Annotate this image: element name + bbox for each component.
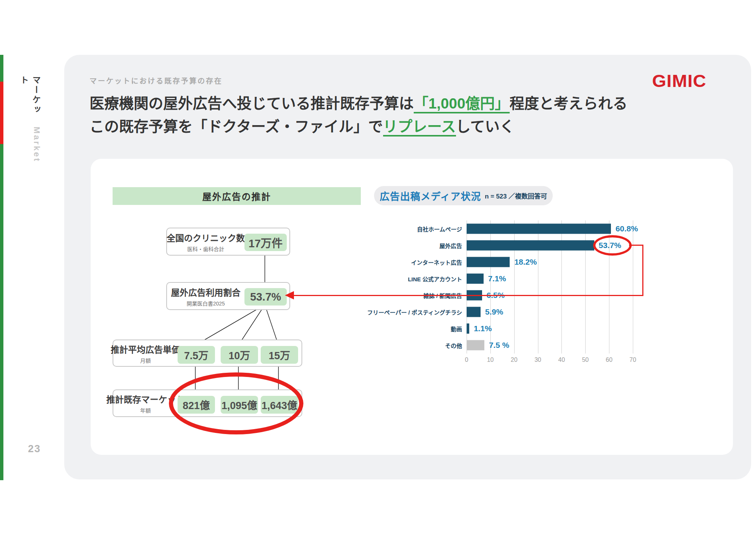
flow-box-label: 推計平均広告単価 — [111, 343, 180, 355]
eyebrow-text: マーケットにおける既存予算の存在 — [90, 75, 223, 85]
chart-tick-label: 0 — [465, 357, 468, 363]
chart-category-label: フリーペーパー / ポスティングチラシ — [367, 308, 462, 316]
value-badge-market-low: 821億 — [178, 396, 215, 414]
flow-box-usage-rate: 屋外広告利用割合 開業医白書2025 53.7% — [166, 282, 290, 310]
flow-box-sublabel: 年額 — [140, 406, 151, 414]
chart-row: その他 7.5 % — [467, 337, 633, 354]
chart-category-label: 雑誌 / 新聞広告 — [423, 292, 462, 299]
title-highlight-replace: リプレース — [383, 118, 456, 136]
accent-bar-green-top — [0, 55, 3, 82]
content-panel: 屋外広告の推計 全国のクリニック数 医科・歯科合計 17万件 屋外広告利用割合 … — [91, 159, 733, 455]
chart-section-header: 広告出稿メディア状況 n = 523 ／複数回答可 — [374, 186, 553, 205]
title-line1-pre: 医療機関の屋外広告へ投じている推計既存予算は — [90, 95, 414, 112]
chart-sample-note: n = 523 ／複数回答可 — [485, 191, 547, 200]
chart-bar — [467, 307, 481, 317]
chart-value-label: 60.8% — [615, 224, 638, 233]
chart-category-label: その他 — [445, 341, 462, 349]
flow-box-label-wrap: 推計既存マーケット 年額 — [113, 390, 178, 416]
sidebar-label-ja: マーケット — [17, 76, 42, 123]
chart-value-label: 53.7% — [599, 241, 621, 250]
chart-title: 広告出稿メディア状況 — [380, 189, 481, 203]
title-line2-post: していく — [456, 118, 515, 135]
chart-bar — [467, 224, 611, 234]
sidebar-label-en: Market — [17, 127, 42, 163]
slide-canvas: マーケット Market 23 マーケットにおける既存予算の存在 GIMIC 医… — [0, 0, 756, 535]
flow-box-label-wrap: 推計平均広告単価 月額 — [113, 340, 178, 366]
chart-tick-label: 70 — [629, 357, 636, 363]
flow-box-label: 全国のクリニック数 — [167, 231, 245, 244]
chart-row: 自社ホームページ 60.8% — [467, 220, 633, 237]
chart-value-label: 1.1% — [474, 324, 492, 333]
chart-row: 雑誌 / 新聞広告 6.5% — [467, 287, 633, 304]
flow-box-label: 屋外広告利用割合 — [171, 285, 241, 298]
flow-box-label: 推計既存マーケット — [107, 392, 185, 405]
chart-tick-label: 60 — [606, 357, 612, 363]
title-line1-post: 程度と考えられる — [510, 95, 628, 112]
chart-gridline — [633, 220, 633, 354]
chart-category-label: インターネット広告 — [411, 258, 462, 266]
chart-bar — [467, 340, 484, 350]
flow-box-market-size: 推計既存マーケット 年額 821億 1,095億 1,643億 — [113, 389, 302, 417]
chart-rows: 自社ホームページ 60.8% 屋外広告 53.7% インターネット広告 18.2… — [467, 220, 633, 354]
chart-axis-ticks: 010203040506070 — [467, 354, 633, 365]
title-line2-pre: この既存予算を「ドクターズ・ファイル」で — [90, 118, 383, 135]
accent-bar-red — [0, 82, 3, 144]
bar-chart: 自社ホームページ 60.8% 屋外広告 53.7% インターネット広告 18.2… — [467, 220, 633, 354]
page-number: 23 — [28, 443, 41, 455]
chart-bar — [467, 324, 469, 334]
chart-category-label: LINE 公式アカウント — [408, 275, 462, 283]
red-arrow-segment-vertical — [642, 245, 643, 296]
value-badge-price-low: 7.5万 — [178, 346, 215, 364]
flow-box-sublabel: 医科・歯科合計 — [187, 245, 224, 253]
title-highlight-budget: 「1,000億円」 — [414, 95, 510, 113]
chart-value-label: 7.5 % — [489, 341, 509, 350]
chart-tick-label: 20 — [511, 357, 518, 363]
value-badge-price-high: 15万 — [261, 346, 298, 364]
chart-value-label: 18.2% — [514, 257, 537, 267]
chart-category-label: 自社ホームページ — [417, 225, 462, 233]
flow-box-clinics: 全国のクリニック数 医科・歯科合計 17万件 — [166, 228, 290, 256]
value-badge-market-high: 1,643億 — [261, 396, 298, 414]
flow-box-unit-price: 推計平均広告単価 月額 7.5万 10万 15万 — [113, 340, 302, 367]
chart-category-label: 動画 — [451, 325, 462, 333]
chart-row: フリーペーパー / ポスティングチラシ 5.9% — [467, 304, 633, 320]
sidebar-vertical-label: マーケット Market — [17, 76, 42, 163]
chart-row: LINE 公式アカウント 7.1% — [467, 270, 633, 287]
chart-bar — [467, 240, 594, 251]
value-badge-clinics: 17万件 — [244, 234, 287, 251]
value-badge-price-mid: 10万 — [221, 346, 258, 364]
gimic-logo: GIMIC — [652, 71, 707, 91]
slide-title: 医療機関の屋外広告へ投じている推計既存予算は「1,000億円」程度と考えられる … — [90, 92, 628, 138]
title-line-1: 医療機関の屋外広告へ投じている推計既存予算は「1,000億円」程度と考えられる — [90, 92, 628, 115]
chart-row: 屋外広告 53.7% — [467, 237, 633, 254]
chart-bar — [467, 257, 510, 267]
flow-box-label-wrap: 全国のクリニック数 医科・歯科合計 — [167, 228, 244, 255]
chart-tick-label: 40 — [558, 357, 565, 363]
chart-tick-label: 10 — [487, 357, 494, 363]
flow-box-sublabel: 月額 — [140, 357, 151, 364]
chart-row: インターネット広告 18.2% — [467, 254, 633, 270]
flow-box-sublabel: 開業医白書2025 — [187, 299, 225, 307]
chart-tick-label: 50 — [582, 357, 589, 363]
chart-row: 動画 1.1% — [467, 320, 633, 337]
chart-tick-label: 30 — [535, 357, 541, 363]
accent-bar-green-bottom — [0, 144, 3, 480]
slide-card: マーケットにおける既存予算の存在 GIMIC 医療機関の屋外広告へ投じている推計… — [64, 55, 751, 479]
chart-value-label: 7.1% — [488, 274, 506, 283]
chart-value-label: 5.9% — [485, 307, 503, 316]
chart-value-label: 6.5% — [487, 291, 505, 300]
chart-bar — [467, 274, 484, 284]
chart-bar — [467, 290, 482, 301]
value-badge-usage-rate: 53.7% — [244, 288, 287, 305]
flow-box-label-wrap: 屋外広告利用割合 開業医白書2025 — [167, 283, 244, 309]
flow-section-header: 屋外広告の推計 — [113, 187, 361, 205]
title-line-2: この既存予算を「ドクターズ・ファイル」でリプレースしていく — [90, 115, 628, 138]
chart-category-label: 屋外広告 — [439, 242, 462, 250]
value-badge-market-mid: 1,095億 — [221, 396, 258, 414]
